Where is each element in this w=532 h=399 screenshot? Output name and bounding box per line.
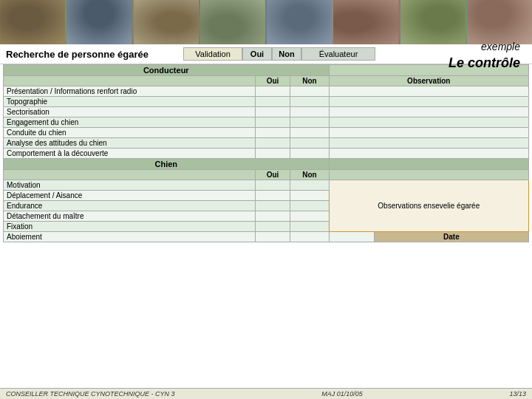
chien-item-3: Détachement du maître — [4, 211, 256, 222]
photo-7 — [400, 0, 466, 44]
table-row: Aboiement Date — [4, 232, 529, 242]
chien-empty-header — [4, 170, 256, 180]
conducteur-item-5: Analyse des attitudes du chien — [4, 138, 256, 149]
observations-box: Observations ensevelie égarée — [329, 180, 528, 232]
conducteur-item-4: Conduite du chien — [4, 128, 256, 138]
conducteur-item-6: Comportement à la découverte — [4, 149, 256, 159]
table-row: Motivation Observations ensevelie égarée — [4, 180, 529, 191]
footer: CONSEILLER TECHNIQUE CYNOTECHNIQUE - CYN… — [0, 388, 532, 399]
chien-item-0: Motivation — [4, 180, 256, 191]
non-cell — [290, 232, 329, 242]
oui-non-header: Oui Non — [242, 47, 301, 61]
validation-label: Validation — [183, 47, 242, 61]
photo-strip — [0, 0, 532, 44]
main-table: Conducteur Oui Non Observation Présentat… — [3, 64, 529, 242]
oui-cell — [255, 86, 290, 97]
table-row: Sectorisation — [4, 107, 529, 117]
chien-item-2: Endurance — [4, 201, 256, 211]
exemple-label: exemple — [481, 41, 520, 52]
obs-cell — [329, 117, 528, 128]
chien-section-header: Chien — [4, 159, 529, 170]
non-cell — [290, 149, 329, 159]
oui-cell — [255, 222, 290, 232]
conducteur-col-headers: Oui Non Observation — [4, 76, 529, 86]
conducteur-empty-header — [4, 76, 256, 86]
chien-item-4: Fixation — [4, 222, 256, 232]
oui-cell — [255, 211, 290, 222]
obs-cell — [329, 86, 528, 97]
oui-cell — [255, 107, 290, 117]
conducteur-item-3: Engagement du chien — [4, 117, 256, 128]
photo-4 — [200, 0, 265, 44]
chien-item-5: Aboiement — [4, 232, 256, 242]
conducteur-non-col: Non — [290, 76, 329, 86]
oui-cell — [255, 149, 290, 159]
table-row: Conduite du chien — [4, 128, 529, 138]
oui-cell — [255, 117, 290, 128]
photo-8 — [467, 0, 532, 44]
oui-cell — [255, 232, 290, 242]
content-area: Conducteur Oui Non Observation Présentat… — [0, 64, 532, 388]
conducteur-item-0: Présentation / Informations renfort radi… — [4, 86, 256, 97]
oui-cell — [255, 138, 290, 149]
non-cell — [290, 107, 329, 117]
footer-center: MAJ 01/10/05 — [321, 390, 363, 398]
oui-cell — [255, 97, 290, 107]
chien-oui-col: Oui — [255, 170, 290, 180]
chien-obs-col — [329, 170, 528, 180]
obs-cell — [329, 97, 528, 107]
non-cell — [290, 201, 329, 211]
footer-left: CONSEILLER TECHNIQUE CYNOTECHNIQUE - CYN… — [6, 390, 175, 398]
chien-non-col: Non — [290, 170, 329, 180]
conducteur-label: Conducteur — [4, 65, 330, 76]
photo-2 — [66, 0, 132, 44]
chien-item-1: Déplacement / Aisance — [4, 191, 256, 201]
non-header: Non — [272, 47, 301, 61]
non-cell — [290, 86, 329, 97]
oui-cell — [255, 201, 290, 211]
obs-cell — [329, 107, 528, 117]
oui-cell — [255, 128, 290, 138]
obs-cell — [329, 138, 528, 149]
chien-label: Chien — [4, 159, 330, 170]
footer-right: 13/13 — [509, 390, 526, 398]
non-cell — [290, 117, 329, 128]
non-cell — [290, 138, 329, 149]
conducteur-item-1: Topographie — [4, 97, 256, 107]
non-cell — [290, 211, 329, 222]
evaluateur-header: Évaluateur — [301, 47, 375, 61]
conducteur-oui-col: Oui — [255, 76, 290, 86]
non-cell — [290, 191, 329, 201]
obs-bottom-cell — [329, 232, 374, 242]
control-title: Le contrôle — [449, 55, 520, 71]
photo-3 — [134, 0, 199, 44]
table-row: Topographie — [4, 97, 529, 107]
photo-1 — [0, 0, 65, 44]
conducteur-item-2: Sectorisation — [4, 107, 256, 117]
obs-cell — [329, 149, 528, 159]
page-title: Recherche de personne égarée — [6, 49, 183, 60]
oui-cell — [255, 191, 290, 201]
oui-cell — [255, 180, 290, 191]
non-cell — [290, 180, 329, 191]
non-cell — [290, 97, 329, 107]
date-cell: Date — [374, 232, 528, 242]
table-row: Comportement à la découverte — [4, 149, 529, 159]
oui-header: Oui — [242, 47, 272, 61]
photo-5 — [267, 0, 332, 44]
conducteur-obs-col: Observation — [329, 76, 528, 86]
chien-col-headers: Oui Non — [4, 170, 529, 180]
table-row: Analyse des attitudes du chien — [4, 138, 529, 149]
table-row: Présentation / Informations renfort radi… — [4, 86, 529, 97]
non-cell — [290, 128, 329, 138]
title-row: Recherche de personne égarée Validation … — [0, 44, 532, 64]
obs-cell — [329, 128, 528, 138]
non-cell — [290, 222, 329, 232]
table-row: Engagement du chien — [4, 117, 529, 128]
page-wrapper: Recherche de personne égarée Validation … — [0, 0, 532, 399]
photo-6 — [333, 0, 398, 44]
